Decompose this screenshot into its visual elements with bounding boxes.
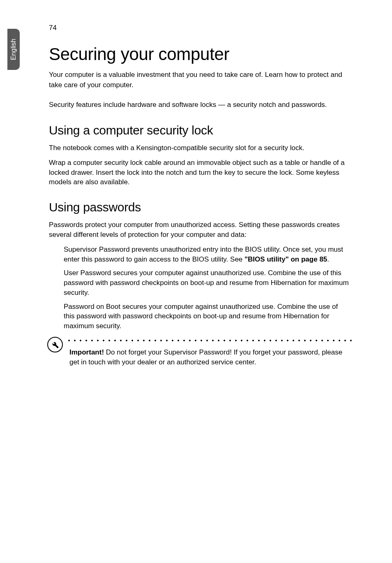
page-title: Securing your computer — [49, 44, 349, 64]
security-lock-p1: The notebook comes with a Kensington-com… — [49, 143, 349, 153]
bios-utility-link[interactable]: "BIOS utility" on page 85 — [244, 255, 327, 263]
list-item-password-boot: Password on Boot secures your computer a… — [64, 302, 349, 331]
important-label: Important! — [69, 348, 104, 356]
intro-paragraph-2: Security features include hardware and s… — [49, 100, 349, 110]
main-content: Securing your computer Your computer is … — [49, 44, 349, 367]
important-icon — [47, 337, 63, 352]
list-item-text-after: . — [327, 255, 329, 263]
section-heading-passwords: Using passwords — [49, 200, 349, 214]
dotted-divider — [66, 339, 354, 342]
passwords-p1: Passwords protect your computer from una… — [49, 220, 349, 240]
page-number: 74 — [49, 24, 57, 32]
language-tab-label: English — [10, 39, 17, 60]
important-text: Important! Do not forget your Supervisor… — [69, 348, 349, 367]
section-heading-security-lock: Using a computer security lock — [49, 123, 349, 137]
list-item-supervisor: Supervisor Password prevents unauthorize… — [64, 245, 349, 264]
language-tab: English — [7, 29, 20, 70]
list-item-user-password: User Password secures your computer agai… — [64, 268, 349, 297]
important-callout: Important! Do not forget your Supervisor… — [49, 339, 349, 367]
intro-paragraph-1: Your computer is a valuable investment t… — [49, 70, 349, 90]
wrench-icon — [51, 341, 59, 349]
security-lock-p2: Wrap a computer security lock cable arou… — [49, 158, 349, 187]
important-body: Do not forget your Supervisor Password! … — [69, 348, 342, 366]
